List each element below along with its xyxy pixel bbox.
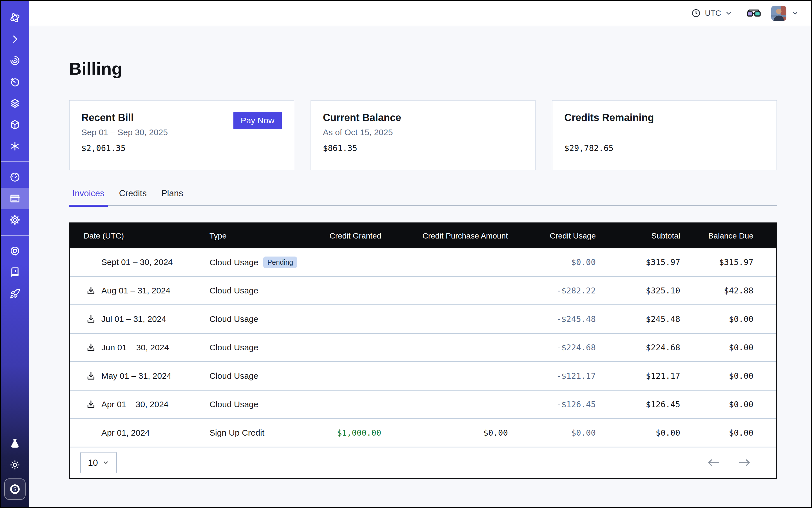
download-icon xyxy=(86,399,96,409)
subtotal-value: $0.00 xyxy=(596,419,681,447)
col-header-balance-due: Balance Due xyxy=(681,223,776,248)
invoice-date: Sept 01 – 30, 2024 xyxy=(101,257,173,267)
credit-purchase-amount-value xyxy=(382,362,508,390)
col-header-credit-granted: Credit Granted xyxy=(310,223,382,248)
sidebar-item-labs[interactable] xyxy=(1,433,29,454)
timer-icon xyxy=(9,77,20,87)
next-page-arrow-icon[interactable] xyxy=(738,458,751,467)
credit-granted-value: $1,000.00 xyxy=(310,419,382,447)
page-title: Billing xyxy=(69,60,811,77)
col-header-credit-usage: Credit Usage xyxy=(508,223,596,248)
sidebar-item-layers[interactable] xyxy=(1,93,29,114)
billing-card-icon xyxy=(9,193,20,204)
credit-usage-value: $0.00 xyxy=(508,419,596,447)
pagination-arrows xyxy=(707,458,766,467)
observe-eye-icon xyxy=(9,55,20,66)
pagination: 10 xyxy=(70,447,776,478)
recent-bill-amount: $2,061.35 xyxy=(81,143,282,153)
sidebar-item-observe[interactable] xyxy=(1,50,29,71)
invoice-type: Cloud Usage xyxy=(210,314,258,324)
credit-purchase-amount-value xyxy=(382,390,508,419)
pay-now-button[interactable]: Pay Now xyxy=(233,112,282,129)
page-size-value: 10 xyxy=(88,458,98,468)
invoice-date: Jul 01 – 31, 2024 xyxy=(101,314,166,324)
app-logo[interactable] xyxy=(1,7,29,29)
cube-icon xyxy=(9,119,20,130)
credit-granted-value xyxy=(310,362,382,390)
view-mode-button[interactable] xyxy=(746,8,761,18)
account-menu[interactable] xyxy=(771,6,799,21)
sidebar-item-usage[interactable] xyxy=(1,166,29,188)
sidebar-item-support[interactable] xyxy=(1,240,29,262)
chevron-down-icon xyxy=(792,9,799,17)
theme-toggle[interactable] xyxy=(1,454,29,476)
table-row: May 01 – 31, 2024 Cloud Usage -$121.17 $… xyxy=(70,362,776,390)
sidebar-item-functions[interactable] xyxy=(1,135,29,157)
recent-bill-card: Recent Bill Sep 01 – Sep 30, 2025 $2,061… xyxy=(69,100,294,170)
sidebar-item-history[interactable] xyxy=(1,71,29,93)
credit-granted-value xyxy=(310,305,382,333)
chevron-down-icon xyxy=(725,9,732,17)
sidebar-item-billing[interactable] xyxy=(1,188,29,209)
credits-button[interactable]: $ xyxy=(4,478,26,500)
credit-purchase-amount-value xyxy=(382,305,508,333)
tab-invoices[interactable]: Invoices xyxy=(69,188,108,207)
col-header-credit-purchase-amount: Credit Purchase Amount xyxy=(382,223,508,248)
current-balance-card: Current Balance As of Oct 15, 2025 $861.… xyxy=(310,100,536,170)
credit-usage-value: -$282.22 xyxy=(508,277,596,305)
sun-icon xyxy=(9,460,20,470)
sidebar-divider xyxy=(1,161,29,162)
sidebar-item-getting-started[interactable] xyxy=(1,283,29,304)
sidebar-item-docs[interactable] xyxy=(1,262,29,283)
credit-granted-value xyxy=(310,277,382,305)
balance-due-value: $0.00 xyxy=(681,333,776,362)
download-invoice-button[interactable] xyxy=(86,343,96,352)
download-invoice-button[interactable] xyxy=(86,399,96,409)
col-header-type: Type xyxy=(209,223,310,248)
gauge-icon xyxy=(9,172,20,182)
invoice-date: Apr 01 – 30, 2024 xyxy=(101,399,169,409)
balance-due-value: $0.00 xyxy=(681,305,776,333)
balance-due-value: $315.97 xyxy=(681,248,776,277)
download-invoice-button[interactable] xyxy=(86,286,96,295)
credit-purchase-amount-value: $0.00 xyxy=(382,419,508,447)
summary-cards: Recent Bill Sep 01 – Sep 30, 2025 $2,061… xyxy=(69,100,777,170)
credits-remaining-amount: $29,782.65 xyxy=(564,143,765,153)
settings-gear-icon xyxy=(9,215,20,225)
tab-credits[interactable]: Credits xyxy=(116,188,150,207)
credit-usage-value: $0.00 xyxy=(508,248,596,277)
invoice-date: May 01 – 31, 2024 xyxy=(101,371,171,381)
table-header-row: Date (UTC) Type Credit Granted Credit Pu… xyxy=(70,223,776,248)
balance-due-value: $0.00 xyxy=(681,390,776,419)
credit-usage-value: -$121.17 xyxy=(508,362,596,390)
card-subtitle-empty xyxy=(564,128,765,138)
sidebar-expand-button[interactable] xyxy=(1,29,29,50)
chevron-right-icon xyxy=(9,34,20,44)
tab-plans[interactable]: Plans xyxy=(158,188,187,207)
invoices-table: Date (UTC) Type Credit Granted Credit Pu… xyxy=(70,223,776,447)
credit-granted-value xyxy=(310,248,382,277)
topbar: UTC xyxy=(29,1,811,26)
page-size-select[interactable]: 10 xyxy=(80,452,117,473)
download-invoice-button[interactable] xyxy=(86,314,96,324)
main-content: Billing Recent Bill Sep 01 – Sep 30, 202… xyxy=(29,27,811,507)
status-badge: Pending xyxy=(263,257,297,268)
invoice-date: Aug 01 – 31, 2024 xyxy=(101,286,170,295)
download-invoice-button[interactable] xyxy=(86,371,96,381)
subtotal-value: $315.97 xyxy=(596,248,681,277)
sidebar-item-packages[interactable] xyxy=(1,114,29,135)
credit-purchase-amount-value xyxy=(382,248,508,277)
timezone-selector[interactable]: UTC xyxy=(691,8,732,18)
current-balance-amount: $861.35 xyxy=(323,143,523,153)
table-row: Apr 01 – 30, 2024 Cloud Usage -$126.45 $… xyxy=(70,390,776,419)
credit-usage-value: -$224.68 xyxy=(508,333,596,362)
invoices-table-container: Date (UTC) Type Credit Granted Credit Pu… xyxy=(69,222,777,479)
previous-page-arrow-icon[interactable] xyxy=(707,458,720,467)
credit-purchase-amount-value xyxy=(382,333,508,362)
credit-usage-value: -$245.48 xyxy=(508,305,596,333)
invoice-type: Sign Up Credit xyxy=(210,428,264,437)
avatar xyxy=(771,6,786,21)
sidebar-item-settings[interactable] xyxy=(1,209,29,230)
orbit-logo-icon xyxy=(9,12,20,23)
app-window: $ UTC xyxy=(0,0,812,508)
